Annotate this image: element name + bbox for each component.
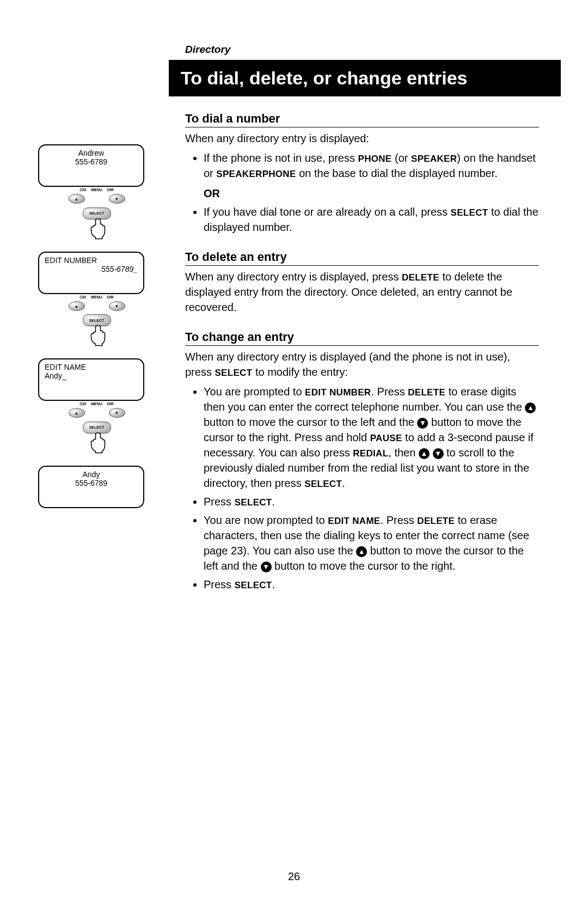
section-title-delete: To delete an entry (185, 250, 539, 266)
dir-label: DIR (107, 295, 114, 299)
select-button: SELECT (83, 422, 111, 434)
screen-group-1: Andrew 555-6789 CID MENU DIR ▴ ▾ SELECT (38, 144, 155, 242)
screen-group-2: EDIT NUMBER 555-6789_ CID MENU DIR ▴ ▾ S… (38, 252, 155, 349)
nav-button-row: ▴ ▾ (38, 194, 155, 204)
list-item: Press SELECT. (204, 577, 539, 592)
screen-line-1: Andrew (45, 149, 138, 157)
arrow-up-button: ▴ (69, 408, 85, 418)
list-item: You are prompted to EDIT NUMBER. Press D… (204, 384, 539, 491)
menu-label: MENU (91, 188, 102, 192)
screen-line-1: Andy (45, 470, 138, 479)
arrow-down-button: ▾ (109, 301, 125, 311)
select-button: SELECT (83, 208, 111, 219)
page-number: 26 (0, 870, 588, 883)
pointing-hand-icon (38, 432, 155, 456)
screen-line-2: 555-6789 (45, 479, 138, 487)
delete-body: When any directory entry is displayed, p… (185, 269, 539, 315)
screen-line-2: Andy_ (45, 371, 138, 380)
dir-label: DIR (107, 188, 114, 192)
nav-button-row: ▴ ▾ (38, 408, 155, 418)
list-item: Press SELECT. (204, 494, 539, 509)
button-labels: CID MENU DIR (38, 188, 155, 192)
or-label: OR (204, 187, 539, 200)
section-title-change: To change an entry (185, 330, 539, 346)
dir-label: DIR (107, 402, 114, 406)
screen-group-4: Andy 555-6789 (38, 466, 155, 508)
arrow-up-button: ▴ (69, 194, 85, 204)
cid-label: CID (79, 188, 86, 192)
illustration-column: Andrew 555-6789 CID MENU DIR ▴ ▾ SELECT (38, 144, 155, 518)
dial-bullets-1: If the phone is not in use, press PHONE … (185, 150, 539, 181)
list-item: If you have dial tone or are already on … (204, 204, 539, 235)
screen-line-1: EDIT NUMBER (45, 256, 138, 265)
nav-button-row: ▴ ▾ (38, 301, 155, 311)
phone-screen: EDIT NUMBER 555-6789_ (38, 252, 144, 294)
screen-line-1: EDIT NAME (45, 363, 138, 371)
main-content: To dial a number When any directory entr… (185, 112, 539, 592)
arrow-up-button: ▴ (69, 301, 85, 311)
section-title-dial: To dial a number (185, 112, 539, 127)
cid-label: CID (79, 402, 86, 406)
pointing-hand-icon (38, 325, 155, 349)
phone-screen: Andrew 555-6789 (38, 144, 144, 187)
screen-group-3: EDIT NAME Andy_ CID MENU DIR ▴ ▾ SELECT (38, 358, 155, 456)
arrow-down-button: ▾ (109, 408, 125, 418)
change-bullets: You are prompted to EDIT NUMBER. Press D… (185, 384, 539, 592)
phone-screen: EDIT NAME Andy_ (38, 358, 144, 401)
page-title: To dial, delete, or change entries (169, 60, 561, 96)
button-labels: CID MENU DIR (38, 402, 155, 406)
dial-intro: When any directory entry is displayed: (185, 131, 539, 146)
select-button: SELECT (83, 314, 111, 326)
phone-screen: Andy 555-6789 (38, 466, 144, 508)
menu-label: MENU (91, 295, 102, 299)
list-item: If the phone is not in use, press PHONE … (204, 150, 539, 181)
menu-label: MENU (91, 402, 102, 406)
cid-label: CID (79, 295, 86, 299)
section-header: Directory (185, 44, 539, 56)
arrow-down-button: ▾ (109, 194, 125, 204)
screen-line-2: 555-6789_ (45, 265, 138, 273)
pointing-hand-icon (38, 218, 155, 242)
button-labels: CID MENU DIR (38, 295, 155, 299)
change-intro: When any directory entry is displayed (a… (185, 349, 539, 380)
screen-line-2: 555-6789 (45, 157, 138, 166)
dial-bullets-2: If you have dial tone or are already on … (185, 204, 539, 235)
list-item: You are now prompted to EDIT NAME. Press… (204, 513, 539, 574)
